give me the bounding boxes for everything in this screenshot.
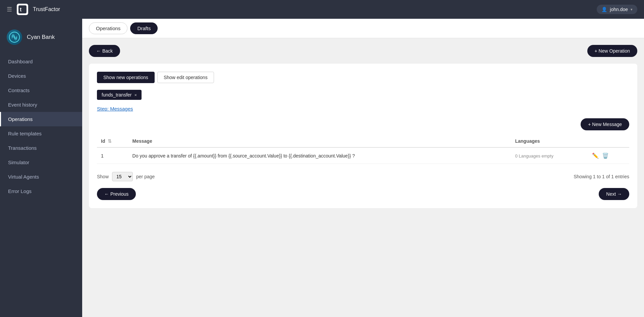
user-label: john.doe [610, 7, 628, 12]
sidebar-item-transactions[interactable]: Transactions [0, 141, 82, 155]
languages-empty: 0 Languages empty [515, 153, 553, 158]
bottom-nav: ← Previous Next → [97, 188, 629, 200]
new-message-button[interactable]: + New Message [581, 118, 629, 130]
column-languages: Languages [511, 135, 588, 147]
sidebar-item-rule-templates[interactable]: Rule templates [0, 126, 82, 141]
step-title[interactable]: Step: Messages [97, 106, 629, 112]
sidebar-item-operations[interactable]: Operations [0, 112, 82, 126]
cell-row-actions: ✏️ 🗑️ [588, 147, 629, 164]
sidebar-link-operations[interactable]: Operations [0, 112, 82, 126]
table-row: 1 Do you approve a transfer of {{.amount… [97, 147, 629, 164]
sidebar-item-devices[interactable]: Devices [0, 69, 82, 83]
next-button[interactable]: Next → [599, 188, 629, 200]
delete-icon[interactable]: 🗑️ [602, 152, 609, 159]
sidebar-link-devices[interactable]: Devices [0, 69, 82, 83]
cell-message: Do you approve a transfer of {{.amount}}… [128, 147, 511, 164]
show-new-operations-button[interactable]: Show new operations [97, 72, 155, 83]
tab-drafts[interactable]: Drafts [130, 22, 158, 34]
table-action-bar: + New Message [97, 118, 629, 130]
entries-info: Showing 1 to 1 of 1 entries [574, 174, 629, 179]
tab-bar: Operations Drafts [82, 19, 644, 38]
sidebar-item-contracts[interactable]: Contracts [0, 83, 82, 98]
column-message: Message [128, 135, 511, 147]
messages-table: Id ⇅ Message Languages 1 Do you approve … [97, 135, 629, 164]
chevron-down-icon: ▾ [631, 7, 633, 12]
sidebar-link-event-history[interactable]: Event history [0, 98, 82, 112]
sidebar-brand: Cyan Bank [0, 24, 82, 54]
brand-name: Cyan Bank [27, 34, 55, 41]
sidebar-link-simulator[interactable]: Simulator [0, 155, 82, 170]
sidebar-item-dashboard[interactable]: Dashboard [0, 54, 82, 69]
sort-icon[interactable]: ⇅ [108, 138, 112, 144]
cell-languages: 0 Languages empty [511, 147, 588, 164]
svg-text:t: t [20, 7, 22, 12]
sidebar-link-virtual-agents[interactable]: Virtual Agents [0, 170, 82, 184]
pagination-bar: Show 15 25 50 100 per page Showing 1 to … [97, 172, 629, 181]
per-page-suffix: per page [136, 174, 155, 179]
sidebar-link-contracts[interactable]: Contracts [0, 83, 82, 98]
previous-button[interactable]: ← Previous [97, 188, 136, 200]
user-avatar-icon: 👤 [601, 7, 607, 12]
page-content: ← Back + New Operation Show new operatio… [82, 38, 644, 317]
app-title: TrustFactor [33, 6, 60, 12]
sidebar-item-error-logs[interactable]: Error Logs [0, 184, 82, 198]
sidebar-nav: Dashboard Devices Contracts Event histor… [0, 54, 82, 317]
tag-close-icon[interactable]: × [135, 92, 137, 98]
sidebar-link-transactions[interactable]: Transactions [0, 141, 82, 155]
action-bar: ← Back + New Operation [89, 45, 637, 57]
sidebar: Cyan Bank Dashboard Devices Contracts Ev… [0, 19, 82, 317]
main-content: Operations Drafts ← Back + New Operation… [82, 19, 644, 317]
show-edit-operations-button[interactable]: Show edit operations [157, 72, 214, 83]
sidebar-link-dashboard[interactable]: Dashboard [0, 54, 82, 69]
table-header: Id ⇅ Message Languages [97, 135, 629, 147]
show-label: Show [97, 174, 109, 179]
tab-operations[interactable]: Operations [89, 22, 127, 34]
filter-bar: Show new operations Show edit operations [97, 72, 629, 83]
column-id: Id ⇅ [97, 135, 128, 147]
main-card: Show new operations Show edit operations… [89, 64, 637, 208]
top-navigation: ☰ t TrustFactor 👤 john.doe ▾ [0, 0, 644, 19]
per-page-select[interactable]: 15 25 50 100 [112, 172, 133, 181]
cell-id: 1 [97, 147, 128, 164]
sidebar-item-simulator[interactable]: Simulator [0, 155, 82, 170]
sidebar-link-rule-templates[interactable]: Rule templates [0, 126, 82, 141]
sidebar-item-event-history[interactable]: Event history [0, 98, 82, 112]
sidebar-link-error-logs[interactable]: Error Logs [0, 184, 82, 198]
tag-bar: funds_transfer × [97, 90, 629, 100]
user-menu[interactable]: 👤 john.doe ▾ [597, 5, 637, 14]
tag-label: funds_transfer [102, 92, 132, 98]
per-page-control: Show 15 25 50 100 per page [97, 172, 155, 181]
table-body: 1 Do you approve a transfer of {{.amount… [97, 147, 629, 164]
app-logo: t [17, 4, 28, 15]
hamburger-icon[interactable]: ☰ [7, 6, 12, 13]
back-button[interactable]: ← Back [89, 45, 120, 57]
sidebar-item-virtual-agents[interactable]: Virtual Agents [0, 170, 82, 184]
brand-logo [7, 29, 22, 45]
new-operation-button[interactable]: + New Operation [587, 45, 637, 57]
column-actions [588, 135, 629, 147]
active-tag: funds_transfer × [97, 90, 142, 100]
edit-icon[interactable]: ✏️ [592, 152, 599, 159]
